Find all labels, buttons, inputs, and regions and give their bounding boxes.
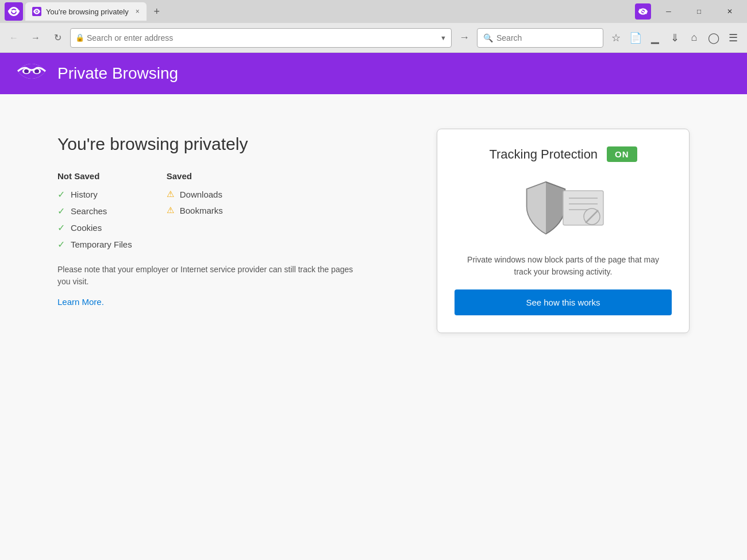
- go-button[interactable]: →: [455, 29, 473, 47]
- card-description: Private windows now block parts of the p…: [465, 254, 661, 278]
- tracking-protection-card: Tracking Protection ON: [437, 129, 690, 333]
- saved-list: ⚠ Downloads ⚠ Bookmarks: [167, 189, 223, 215]
- star-icon[interactable]: ☆: [607, 29, 625, 47]
- item-cookies: Cookies: [71, 223, 102, 233]
- toolbar-icons: ☆ 📄 ▁ ⇓ ⌂ ◯ ☰: [607, 29, 742, 47]
- private-mode-indicator: [635, 3, 651, 20]
- home-icon[interactable]: ⌂: [685, 29, 703, 47]
- reading-list-icon[interactable]: 📄: [626, 29, 645, 47]
- not-saved-title: Not Saved: [57, 171, 132, 181]
- item-bookmarks: Bookmarks: [180, 206, 223, 215]
- on-badge: ON: [607, 146, 637, 162]
- svg-rect-0: [8, 10, 20, 11]
- main-heading: You're browsing privately: [57, 134, 402, 154]
- list-item: ⚠ Downloads: [167, 189, 223, 199]
- download-icon[interactable]: ⇓: [665, 29, 684, 47]
- new-tab-button[interactable]: +: [149, 3, 165, 20]
- maximize-button[interactable]: □: [686, 2, 712, 21]
- close-window-button[interactable]: ✕: [717, 2, 742, 21]
- not-saved-list: ✓ History ✓ Searches ✓ Cookies ✓ Tempora…: [57, 189, 132, 250]
- list-item: ✓ Searches: [57, 206, 132, 217]
- tab-title: You're browsing privately: [46, 7, 129, 16]
- learn-more-link[interactable]: Learn More.: [57, 297, 104, 307]
- search-input[interactable]: [496, 33, 583, 43]
- minimize-button[interactable]: ─: [656, 2, 681, 21]
- check-icon: ✓: [57, 222, 65, 233]
- saved-title: Saved: [167, 171, 223, 181]
- note-text: Please note that your employer or Intern…: [57, 264, 356, 288]
- check-icon: ✓: [57, 189, 65, 200]
- warning-icon: ⚠: [167, 205, 174, 215]
- menu-icon[interactable]: ☰: [724, 29, 742, 47]
- back-button[interactable]: ←: [5, 29, 23, 47]
- see-how-button[interactable]: See how this works: [455, 289, 672, 315]
- active-tab[interactable]: You're browsing privately ×: [25, 2, 147, 21]
- content-area: You're browsing privately Not Saved ✓ Hi…: [0, 94, 747, 560]
- pocket-icon[interactable]: ▁: [646, 29, 664, 47]
- check-icon: ✓: [57, 206, 65, 217]
- reload-button[interactable]: ↻: [48, 29, 67, 47]
- list-item: ⚠ Bookmarks: [167, 205, 223, 215]
- item-downloads: Downloads: [180, 190, 222, 199]
- private-browsing-header: Private Browsing: [0, 53, 747, 94]
- lock-icon: 🔒: [75, 33, 84, 42]
- forward-button[interactable]: →: [26, 29, 45, 47]
- address-bar-container: 🔒 ▼: [70, 28, 452, 48]
- address-dropdown-icon[interactable]: ▼: [440, 34, 446, 41]
- check-icon: ✓: [57, 239, 65, 250]
- item-history: History: [71, 190, 98, 199]
- private-browsing-favicon: [5, 2, 23, 21]
- list-item: ✓ Cookies: [57, 222, 132, 233]
- not-saved-column: Not Saved ✓ History ✓ Searches ✓ Cookies: [57, 171, 132, 250]
- list-item: ✓ Temporary Files: [57, 239, 132, 250]
- search-bar-container: 🔍: [477, 28, 603, 48]
- title-bar: You're browsing privately × + ─ □ ✕: [0, 0, 747, 23]
- title-bar-controls: ─ □ ✕: [635, 2, 742, 21]
- item-temp-files: Temporary Files: [71, 240, 132, 249]
- private-browsing-title: Private Browsing: [57, 64, 178, 83]
- list-item: ✓ History: [57, 189, 132, 200]
- mask-logo-icon: [17, 61, 46, 86]
- address-input[interactable]: [87, 33, 438, 43]
- title-bar-left: You're browsing privately × +: [5, 2, 165, 21]
- item-searches: Searches: [71, 206, 107, 216]
- search-icon: 🔍: [483, 33, 493, 43]
- nav-bar: ← → ↻ 🔒 ▼ → 🔍 ☆ 📄 ▁ ⇓ ⌂ ◯ ☰: [0, 23, 747, 53]
- saved-column: Saved ⚠ Downloads ⚠ Bookmarks: [167, 171, 223, 250]
- warning-icon: ⚠: [167, 189, 174, 199]
- close-tab-button[interactable]: ×: [136, 7, 140, 16]
- shield-illustration: [520, 179, 606, 237]
- card-header: Tracking Protection ON: [489, 146, 637, 162]
- columns: Not Saved ✓ History ✓ Searches ✓ Cookies: [57, 171, 402, 250]
- card-title: Tracking Protection: [489, 147, 598, 162]
- chat-icon[interactable]: ◯: [704, 29, 723, 47]
- left-section: You're browsing privately Not Saved ✓ Hi…: [57, 129, 402, 307]
- tab-favicon: [32, 7, 41, 16]
